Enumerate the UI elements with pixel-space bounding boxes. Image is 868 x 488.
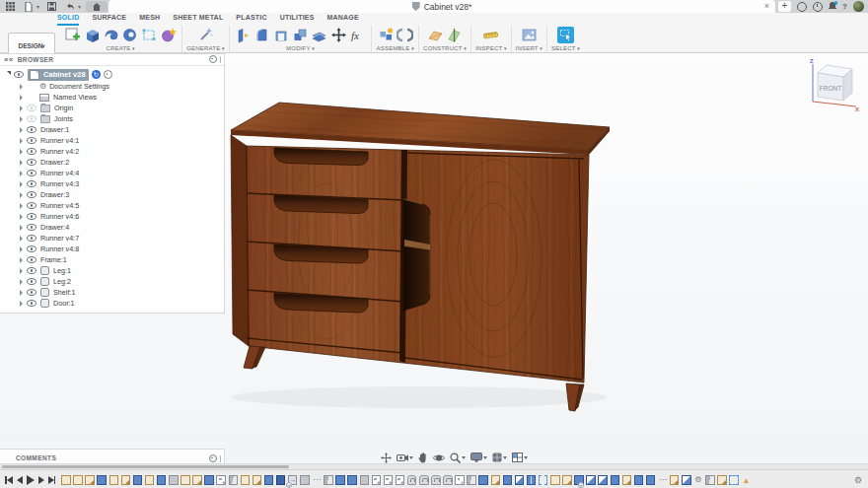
timeline-feature-sketch-icon[interactable] [109,475,119,485]
timeline-feature-sketch-f-icon[interactable] [253,475,262,485]
browser-item-frame-1[interactable]: Frame:1 [0,254,224,265]
timeline-feature-combine-icon[interactable] [276,475,286,485]
timeline-step-back-button[interactable] [17,476,23,484]
browser-item-runner-v4-7[interactable]: Runner v4:7 [0,233,224,244]
timeline-feature-extrude-icon[interactable] [646,475,656,485]
timeline-feature-mirror-icon[interactable] [324,475,333,485]
timeline-feature-sketch-f-icon[interactable] [491,475,501,485]
undo-caret-icon[interactable]: ▾ [78,3,81,10]
pan-hand-icon[interactable] [418,453,428,463]
browser-panel-header[interactable]: «« BROWSER [0,54,224,66]
timeline-feature-select-icon[interactable] [729,475,739,485]
timeline-feature-sketch-f-icon[interactable] [121,475,131,485]
timeline-feature-joint-icon[interactable] [419,475,429,485]
expand-arrow-icon[interactable] [20,290,23,296]
modify-group-label[interactable]: MODIFY [286,45,315,51]
timeline-feature-mirror-icon[interactable] [705,475,715,485]
combine-icon[interactable] [292,27,309,43]
expand-arrow-icon[interactable] [20,95,23,101]
visibility-eye-icon[interactable] [27,245,36,252]
assemble-group-label[interactable]: ASSEMBLE [377,45,414,51]
extensions-icon[interactable] [797,2,807,12]
select-tool-icon[interactable] [557,27,574,43]
timeline-feature-box-icon[interactable] [169,475,179,485]
fillet-icon[interactable] [253,27,270,43]
timeline-feature-sketch-f-icon[interactable] [85,475,95,485]
expand-arrow-icon[interactable] [20,279,23,285]
expand-arrow-icon[interactable] [20,181,23,187]
timeline-feature-mirror-icon[interactable] [229,475,239,485]
browser-item-runner-v4-3[interactable]: Runner v4:3 [0,178,224,189]
zoom-caret-icon[interactable] [462,456,466,459]
look-at-caret-icon[interactable] [409,456,413,459]
browser-item-door-1[interactable]: Door:1 [0,298,224,309]
measure-icon[interactable] [482,27,499,43]
help-icon[interactable]: ? [842,2,847,11]
generate-group-label[interactable]: GENERATE [186,45,224,51]
timeline-feature-box-icon[interactable] [360,475,370,485]
new-component-icon[interactable] [378,27,395,43]
expand-arrow-icon[interactable] [20,214,23,220]
browser-item-origin[interactable]: Origin [0,103,224,113]
coil-icon[interactable] [121,27,138,43]
ribbon-tab-utilities[interactable]: UTILITIES [280,12,315,26]
expand-arrow-icon[interactable] [20,301,23,307]
insert-group-label[interactable]: INSERT [516,45,542,51]
timeline-feature-joint-icon[interactable] [443,475,453,485]
avatar[interactable] [853,1,864,12]
visibility-eye-icon[interactable] [27,235,36,242]
ribbon-tab-manage[interactable]: MANAGE [327,12,359,26]
visibility-eye-icon[interactable] [27,126,36,133]
visibility-eye-icon[interactable] [27,224,36,231]
ribbon-tab-sheet-metal[interactable]: SHEET METAL [173,12,223,26]
timeline-feature-pattern-icon[interactable] [216,475,226,485]
notifications-bell-icon[interactable] [829,2,836,11]
file-menu-caret-icon[interactable]: ▾ [36,3,39,10]
timeline-feature-pattern-icon[interactable] [384,475,394,485]
timeline-feature-quarter-icon[interactable] [515,475,525,485]
browser-resize-grip[interactable] [220,56,222,63]
create-sketch-icon[interactable] [64,27,81,43]
timeline-feature-sketch-icon[interactable] [550,475,560,485]
grid-snaps-caret-icon[interactable] [503,456,507,459]
browser-item-document-settings[interactable]: ⚙Document Settings [0,81,224,92]
comments-options-icon[interactable] [209,454,217,462]
browser-item-drawer-4[interactable]: Drawer:4 [0,222,224,233]
timeline-feature-sketch-f-icon[interactable] [717,475,727,485]
browser-item-cabinet-v28[interactable]: Cabinet v28↻ [0,68,224,81]
viewports-caret-icon[interactable] [524,456,528,459]
generate-wand-icon[interactable] [197,27,214,43]
inspect-group-label[interactable]: INSPECT [475,45,507,51]
timeline-feature-pattern-icon[interactable] [372,475,382,485]
browser-item-drawer-1[interactable]: Drawer:1 [0,124,224,135]
expand-arrow-icon[interactable] [20,149,23,155]
timeline-feature-grid-icon[interactable] [527,475,537,485]
construct-plane-icon[interactable] [427,27,444,43]
browser-options-icon[interactable] [209,55,217,63]
undo-icon[interactable] [64,1,75,12]
timeline-feature-extrude-icon[interactable] [347,475,357,485]
browser-item-leg-1[interactable]: Leg:1 [0,265,224,276]
timeline-feature-warn-icon[interactable] [742,475,752,485]
insert-canvas-icon[interactable] [521,27,538,43]
timeline-feature-extrude-icon[interactable] [264,475,274,485]
timeline-feature-joint-icon[interactable] [407,475,417,485]
display-settings-icon[interactable] [470,453,487,462]
browser-item-joints[interactable]: Joints [0,113,224,124]
extrude-box-icon[interactable] [84,27,101,43]
expand-arrow-icon[interactable] [20,236,23,242]
home-tab-button[interactable] [86,1,108,12]
data-panel-grid-icon[interactable] [5,1,16,12]
orbit-icon[interactable] [433,453,445,463]
comments-resize-grip[interactable] [220,455,222,462]
change-parameters-fx-icon[interactable]: fx [349,27,366,43]
ribbon-tab-plastic[interactable]: PLASTIC [236,12,266,26]
construct-axis-icon[interactable] [446,27,463,43]
browser-item-drawer-2[interactable]: Drawer:2 [0,157,224,168]
ribbon-tab-solid[interactable]: SOLID [57,12,79,26]
timeline-feature-sketch-f-icon[interactable] [562,475,572,485]
file-menu-icon[interactable] [23,1,34,12]
timeline-feature-joint-icon[interactable] [431,475,441,485]
browser-item-named-views[interactable]: Named Views [0,92,224,103]
browser-item-runner-v4-6[interactable]: Runner v4:6 [0,211,224,222]
